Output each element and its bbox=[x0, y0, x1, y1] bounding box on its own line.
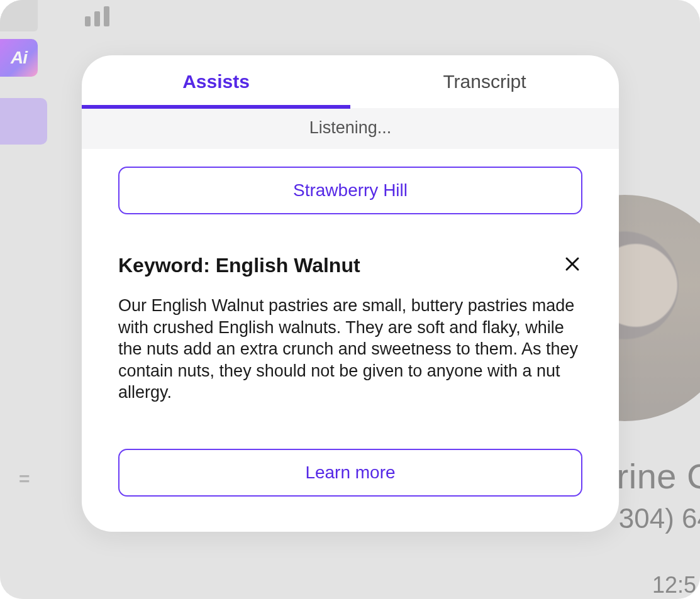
tab-transcript-label: Transcript bbox=[443, 71, 526, 92]
suggestion-chip-label: Strawberry Hill bbox=[293, 180, 408, 200]
learn-more-label: Learn more bbox=[305, 463, 395, 482]
app-viewport: Ai = rine C 304) 64 12:5 Assists Transcr… bbox=[0, 0, 700, 599]
tab-assists[interactable]: Assists bbox=[82, 55, 350, 108]
keyword-card: Keyword: English Walnut Our English Waln… bbox=[82, 214, 619, 497]
listening-status: Listening... bbox=[82, 108, 619, 149]
suggestion-chip-row: Strawberry Hill bbox=[82, 149, 619, 214]
learn-more-row: Learn more bbox=[118, 449, 582, 497]
tab-assists-label: Assists bbox=[182, 71, 250, 92]
modal-tabs: Assists Transcript bbox=[82, 55, 619, 108]
assist-modal: Assists Transcript Listening... Strawber… bbox=[82, 55, 619, 532]
close-x-svg bbox=[565, 256, 580, 272]
tab-transcript[interactable]: Transcript bbox=[350, 55, 619, 108]
suggestion-chip-strawberry-hill[interactable]: Strawberry Hill bbox=[118, 167, 582, 214]
close-icon[interactable] bbox=[562, 253, 582, 277]
keyword-card-title: Keyword: English Walnut bbox=[118, 254, 360, 277]
learn-more-button[interactable]: Learn more bbox=[118, 449, 582, 497]
keyword-card-body: Our English Walnut pastries are small, b… bbox=[118, 295, 582, 404]
keyword-card-header: Keyword: English Walnut bbox=[118, 253, 582, 277]
listening-status-text: Listening... bbox=[309, 118, 392, 137]
